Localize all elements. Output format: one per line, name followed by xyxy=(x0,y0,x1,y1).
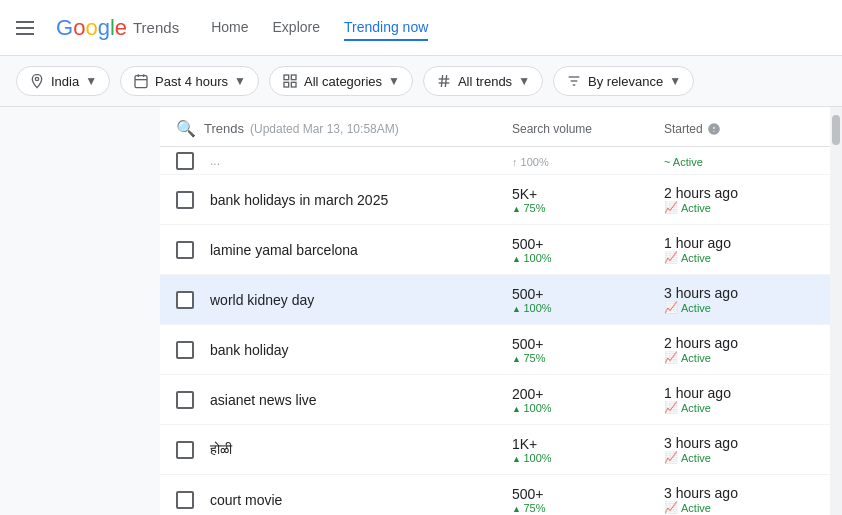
svg-rect-5 xyxy=(284,75,289,80)
country-label: India xyxy=(51,74,79,89)
row-3-volume: 500+ 100% xyxy=(504,286,664,314)
row-1-title: bank holidays in march 2025 xyxy=(210,192,504,208)
row-7-title: court movie xyxy=(210,492,504,508)
trends-table: 🔍 Trends (Updated Mar 13, 10:58AM) Searc… xyxy=(160,107,830,515)
sidebar xyxy=(0,107,160,515)
table-row: world kidney day 500+ 100% 3 hours ago 📈… xyxy=(160,275,830,325)
sort-chevron: ▼ xyxy=(669,74,681,88)
sort-filter[interactable]: By relevance ▼ xyxy=(553,66,694,96)
svg-point-18 xyxy=(713,130,714,131)
partial-checkbox[interactable] xyxy=(176,152,194,170)
row-3-title: world kidney day xyxy=(210,292,504,308)
calendar-icon xyxy=(133,73,149,89)
row-5-volume: 200+ 100% xyxy=(504,386,664,414)
sort-label: By relevance xyxy=(588,74,663,89)
table-row: lamine yamal barcelona 500+ 100% 1 hour … xyxy=(160,225,830,275)
row-4-started: 2 hours ago 📈Active xyxy=(664,335,814,364)
row-2-checkbox[interactable] xyxy=(176,241,194,259)
nav-explore[interactable]: Explore xyxy=(273,15,320,41)
row-6-started: 3 hours ago 📈Active xyxy=(664,435,814,464)
grid-icon xyxy=(282,73,298,89)
svg-rect-8 xyxy=(291,82,296,87)
row-4-checkbox[interactable] xyxy=(176,341,194,359)
row-1-volume: 5K+ 75% xyxy=(504,186,664,214)
filter-bar: India ▼ Past 4 hours ▼ All categories ▼ … xyxy=(0,56,842,107)
nav-home[interactable]: Home xyxy=(211,15,248,41)
nav-links: Home Explore Trending now xyxy=(211,15,428,41)
svg-line-11 xyxy=(441,75,442,87)
partial-volume: ↑ 100% xyxy=(512,156,549,168)
svg-rect-7 xyxy=(284,82,289,87)
row-4-volume: 500+ 75% xyxy=(504,336,664,364)
row-6-volume: 1K+ 100% xyxy=(504,436,664,464)
partial-status: ~ Active xyxy=(664,156,703,168)
search-icon: 🔍 xyxy=(176,119,196,138)
row-7-started: 3 hours ago 📈Active xyxy=(664,485,814,514)
time-label: Past 4 hours xyxy=(155,74,228,89)
location-icon xyxy=(29,73,45,89)
table-row: bank holiday 500+ 75% 2 hours ago 📈Activ… xyxy=(160,325,830,375)
row-4-title: bank holiday xyxy=(210,342,504,358)
table-row: asianet news live 200+ 100% 1 hour ago 📈… xyxy=(160,375,830,425)
top-navigation: Google Trends Home Explore Trending now xyxy=(0,0,842,56)
volume-column-header: Search volume xyxy=(504,122,664,136)
row-7-volume: 500+ 75% xyxy=(504,486,664,514)
time-filter[interactable]: Past 4 hours ▼ xyxy=(120,66,259,96)
trends-column-header: Trends xyxy=(204,121,244,136)
row-2-title: lamine yamal barcelona xyxy=(210,242,504,258)
row-2-volume: 500+ 100% xyxy=(504,236,664,264)
svg-point-0 xyxy=(35,77,38,80)
started-column-header: Started xyxy=(664,122,814,136)
row-2-started: 1 hour ago 📈Active xyxy=(664,235,814,264)
time-chevron: ▼ xyxy=(234,74,246,88)
svg-rect-6 xyxy=(291,75,296,80)
row-3-checkbox[interactable] xyxy=(176,291,194,309)
country-chevron: ▼ xyxy=(85,74,97,88)
table-row: होळी 1K+ 100% 3 hours ago 📈Active xyxy=(160,425,830,475)
svg-line-12 xyxy=(445,75,446,87)
all-trends-label: All trends xyxy=(458,74,512,89)
main-content: 🔍 Trends (Updated Mar 13, 10:58AM) Searc… xyxy=(0,107,842,515)
google-trends-logo: Google Trends xyxy=(56,15,179,41)
row-6-title: होळी xyxy=(210,441,504,458)
trends-wordmark: Trends xyxy=(133,19,179,36)
svg-rect-1 xyxy=(135,76,147,88)
row-5-started: 1 hour ago 📈Active xyxy=(664,385,814,414)
info-icon xyxy=(707,122,721,136)
row-5-title: asianet news live xyxy=(210,392,504,408)
table-row: court movie 500+ 75% 3 hours ago 📈Active xyxy=(160,475,830,515)
updated-timestamp: (Updated Mar 13, 10:58AM) xyxy=(250,122,399,136)
scrollbar[interactable] xyxy=(830,107,842,515)
trends-filter[interactable]: All trends ▼ xyxy=(423,66,543,96)
filter-icon xyxy=(566,73,582,89)
partial-title: ... xyxy=(210,154,504,168)
table-header: 🔍 Trends (Updated Mar 13, 10:58AM) Searc… xyxy=(160,107,830,147)
row-5-checkbox[interactable] xyxy=(176,391,194,409)
partial-row: ... ↑ 100% ~ Active xyxy=(160,147,830,175)
row-6-checkbox[interactable] xyxy=(176,441,194,459)
row-7-checkbox[interactable] xyxy=(176,491,194,509)
categories-filter[interactable]: All categories ▼ xyxy=(269,66,413,96)
hash-icon xyxy=(436,73,452,89)
table-row: bank holidays in march 2025 5K+ 75% 2 ho… xyxy=(160,175,830,225)
row-1-started: 2 hours ago 📈Active xyxy=(664,185,814,214)
trends-chevron: ▼ xyxy=(518,74,530,88)
categories-chevron: ▼ xyxy=(388,74,400,88)
hamburger-menu[interactable] xyxy=(16,16,40,40)
country-filter[interactable]: India ▼ xyxy=(16,66,110,96)
row-3-started: 3 hours ago 📈Active xyxy=(664,285,814,314)
row-1-checkbox[interactable] xyxy=(176,191,194,209)
categories-label: All categories xyxy=(304,74,382,89)
nav-trending-now[interactable]: Trending now xyxy=(344,15,428,41)
